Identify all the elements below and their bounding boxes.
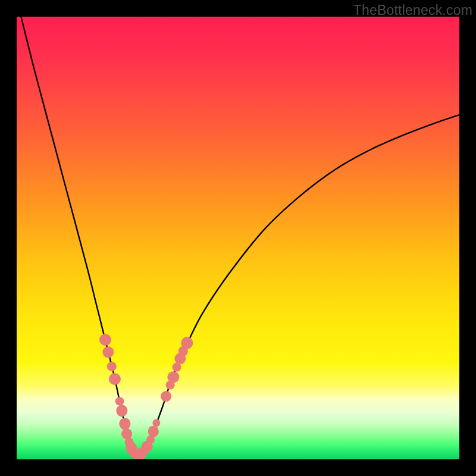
chart-frame: TheBottleneck.com	[0, 0, 476, 476]
svg-rect-0	[17, 17, 459, 459]
highlight-dot	[109, 373, 121, 385]
highlight-dot	[148, 426, 159, 437]
plot-area	[17, 17, 459, 459]
highlight-dot	[99, 334, 111, 346]
highlight-dot	[161, 391, 172, 402]
watermark-text: TheBottleneck.com	[353, 2, 472, 18]
background-gradient	[17, 17, 459, 459]
